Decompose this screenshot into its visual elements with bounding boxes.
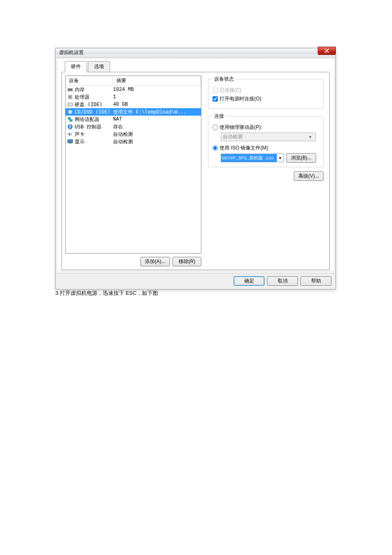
- device-row-cpu[interactable]: 处理器 1: [66, 93, 201, 101]
- usb-icon: [67, 124, 73, 130]
- device-row-sound[interactable]: 声卡 自动检测: [66, 130, 201, 138]
- help-button[interactable]: 帮助: [300, 276, 331, 286]
- close-button[interactable]: [318, 47, 336, 55]
- sound-icon: [67, 131, 73, 137]
- window-title: 虚拟机设置: [59, 49, 84, 56]
- device-row-network[interactable]: 网络适配器 NAT: [66, 116, 201, 123]
- cpu-icon: [67, 94, 73, 100]
- iso-path-text: OSTXP_SP3_装机版.iso: [221, 154, 277, 162]
- cancel-button[interactable]: 取消: [267, 276, 298, 286]
- network-icon: [67, 116, 73, 122]
- device-name: 声卡: [75, 131, 85, 138]
- device-row-usb[interactable]: USB 控制器 存在: [66, 123, 201, 130]
- connect-on-power-row: 打开电源时连接(O): [213, 95, 319, 102]
- device-summary: 存在: [113, 123, 201, 130]
- svg-point-8: [68, 105, 69, 106]
- device-name: CD/DVD (IDE): [75, 109, 111, 115]
- add-button[interactable]: 添加(A)...: [140, 257, 170, 266]
- svg-rect-15: [69, 143, 71, 144]
- svg-rect-11: [68, 117, 71, 119]
- iso-file-radio[interactable]: [213, 145, 218, 151]
- svg-rect-14: [68, 140, 73, 143]
- chevron-down-icon: ▼: [307, 135, 314, 139]
- device-row-memory[interactable]: 内存 1024 MB: [66, 86, 201, 93]
- hdd-icon: [67, 102, 73, 107]
- device-status-legend: 设备状态: [213, 76, 236, 83]
- memory-icon: [67, 87, 73, 92]
- tab-hardware[interactable]: 硬件: [65, 61, 87, 72]
- display-icon: [67, 139, 73, 145]
- svg-rect-0: [68, 88, 73, 91]
- physical-drive-label[interactable]: 使用物理驱动器(P):: [220, 124, 262, 131]
- close-icon: [325, 49, 329, 53]
- device-summary: 使用文件 F:\TempDload\W...: [113, 109, 201, 116]
- device-status-group: 设备状态 已连接(C) 打开电源时连接(O): [208, 76, 324, 109]
- svg-rect-12: [70, 119, 72, 121]
- device-summary: 40 GB: [113, 102, 201, 107]
- device-name: 网络适配器: [75, 116, 99, 123]
- connected-row: 已连接(C): [213, 87, 319, 94]
- tabs: 硬件 选项: [65, 61, 334, 72]
- tab-options[interactable]: 选项: [88, 61, 110, 72]
- physical-drive-select: 自动检测 ▼: [221, 133, 316, 141]
- physical-drive-radio[interactable]: [213, 125, 218, 130]
- device-list[interactable]: 设备 摘要 内存: [65, 76, 201, 254]
- remove-button[interactable]: 移除(R): [172, 257, 201, 266]
- device-summary: NAT: [113, 116, 201, 122]
- connect-on-power-checkbox[interactable]: [213, 96, 218, 102]
- connected-label: 已连接(C): [220, 87, 241, 94]
- header-summary[interactable]: 摘要: [113, 76, 201, 85]
- device-name: 内存: [75, 86, 85, 93]
- device-row-hdd[interactable]: 硬盘 (IDE) 40 GB: [66, 101, 201, 108]
- device-name: USB 控制器: [75, 123, 102, 130]
- cd-icon: [67, 109, 73, 115]
- physical-drive-row: 使用物理驱动器(P):: [213, 124, 319, 131]
- vm-settings-dialog: 虚拟机设置 硬件 选项 设备: [55, 48, 336, 289]
- connection-group: 连接 使用物理驱动器(P): 自动检测 ▼: [208, 113, 324, 167]
- connected-checkbox: [213, 88, 218, 93]
- iso-path-combo[interactable]: OSTXP_SP3_装机版.iso ▼: [221, 154, 284, 162]
- iso-file-row: 使用 ISO 镜像文件(M):: [213, 145, 319, 152]
- svg-point-10: [70, 111, 71, 113]
- connection-legend: 连接: [213, 113, 226, 120]
- connect-on-power-label[interactable]: 打开电源时连接(O): [220, 95, 261, 102]
- device-name: 显示: [75, 138, 85, 145]
- svg-rect-7: [68, 103, 73, 106]
- svg-rect-3: [71, 91, 71, 92]
- device-name: 处理器: [75, 94, 90, 101]
- auto-detect-text: 自动检测: [223, 133, 243, 140]
- ok-button[interactable]: 确定: [234, 276, 264, 286]
- device-summary: 自动检测: [113, 131, 201, 138]
- iso-file-label[interactable]: 使用 ISO 镜像文件(M):: [220, 145, 269, 152]
- svg-rect-1: [68, 91, 68, 92]
- device-summary: 1: [113, 94, 201, 100]
- svg-rect-4: [72, 91, 72, 92]
- device-summary: 自动检测: [113, 138, 201, 145]
- chevron-down-icon[interactable]: ▼: [277, 156, 283, 160]
- caption-text: 3.打开虚拟机电源，迅速按下 ESC，如下图: [55, 289, 337, 297]
- device-name: 硬盘 (IDE): [75, 101, 102, 108]
- header-device[interactable]: 设备: [66, 76, 113, 85]
- svg-rect-2: [69, 91, 70, 92]
- browse-button[interactable]: 浏览(B)...: [286, 153, 316, 163]
- device-row-display[interactable]: 显示 自动检测: [66, 138, 201, 145]
- advanced-button[interactable]: 高级(V)...: [294, 171, 324, 181]
- device-list-header: 设备 摘要: [66, 76, 201, 86]
- dialog-footer: 确定 取消 帮助: [56, 273, 335, 289]
- titlebar: 虚拟机设置: [56, 48, 335, 57]
- device-row-cdrom[interactable]: CD/DVD (IDE) 使用文件 F:\TempDload\W...: [66, 108, 201, 116]
- device-summary: 1024 MB: [113, 87, 201, 92]
- svg-rect-6: [69, 96, 71, 98]
